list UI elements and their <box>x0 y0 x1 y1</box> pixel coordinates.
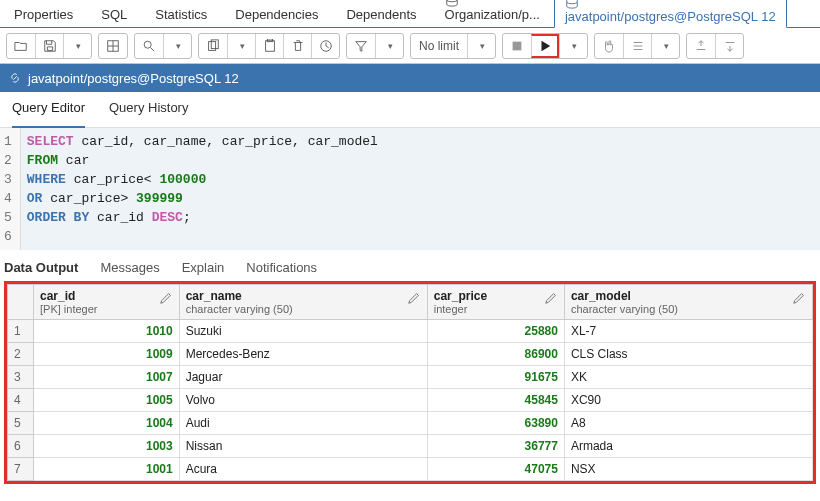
data-output-panel: car_id[PK] integer car_namecharacter var… <box>0 281 820 488</box>
edit-button[interactable] <box>99 34 127 58</box>
cell-car-price[interactable]: 45845 <box>427 389 564 412</box>
cell-car-model[interactable]: A8 <box>564 412 812 435</box>
table-row[interactable]: 11010Suzuki25880XL-7 <box>8 320 813 343</box>
commit-icon <box>694 39 708 53</box>
tab-query-history[interactable]: Query History <box>109 100 188 121</box>
cell-car-name[interactable]: Nissan <box>179 435 427 458</box>
cell-car-name[interactable]: Audi <box>179 412 427 435</box>
filter-dropdown[interactable] <box>375 34 403 58</box>
cell-car-price[interactable]: 47075 <box>427 458 564 481</box>
cell-car-model[interactable]: Armada <box>564 435 812 458</box>
limit-dropdown[interactable] <box>467 34 495 58</box>
tab-properties[interactable]: Properties <box>0 2 87 27</box>
execute-dropdown[interactable] <box>559 34 587 58</box>
row-number: 5 <box>8 412 34 435</box>
connection-label: javatpoint/postgres@PostgreSQL 12 <box>28 71 239 86</box>
tab-organization[interactable]: Organization/p... <box>431 0 554 27</box>
col-car-id[interactable]: car_id[PK] integer <box>34 285 180 320</box>
col-car-model[interactable]: car_modelcharacter varying (50) <box>564 285 812 320</box>
grid-icon <box>106 39 120 53</box>
table-row[interactable]: 21009Mercedes-Benz86900CLS Class <box>8 343 813 366</box>
row-number: 1 <box>8 320 34 343</box>
tab-statistics[interactable]: Statistics <box>141 2 221 27</box>
save-button[interactable] <box>35 34 63 58</box>
rollback-icon <box>723 39 737 53</box>
database-icon <box>445 0 459 7</box>
rollback-button[interactable] <box>715 34 743 58</box>
commit-button[interactable] <box>687 34 715 58</box>
tab-data-output[interactable]: Data Output <box>4 260 78 275</box>
limit-select[interactable]: No limit <box>411 39 467 53</box>
cell-car-id[interactable]: 1009 <box>34 343 180 366</box>
svg-rect-9 <box>265 40 274 51</box>
paste-button[interactable] <box>255 34 283 58</box>
pencil-icon[interactable] <box>544 291 558 305</box>
table-row[interactable]: 41005Volvo45845XC90 <box>8 389 813 412</box>
cell-car-id[interactable]: 1005 <box>34 389 180 412</box>
pencil-icon[interactable] <box>407 291 421 305</box>
tab-connection-active[interactable]: javatpoint/postgres@PostgreSQL 12 <box>554 0 787 28</box>
link-icon <box>8 71 22 85</box>
open-file-button[interactable] <box>7 34 35 58</box>
explain-dropdown[interactable] <box>651 34 679 58</box>
result-table: car_id[PK] integer car_namecharacter var… <box>7 284 813 481</box>
cell-car-model[interactable]: XK <box>564 366 812 389</box>
clock-icon <box>319 39 333 53</box>
tab-dependents[interactable]: Dependents <box>332 2 430 27</box>
cell-car-model[interactable]: CLS Class <box>564 343 812 366</box>
col-car-name[interactable]: car_namecharacter varying (50) <box>179 285 427 320</box>
cell-car-price[interactable]: 36777 <box>427 435 564 458</box>
svg-point-5 <box>144 41 151 48</box>
history-button[interactable] <box>311 34 339 58</box>
table-row[interactable]: 61003Nissan36777Armada <box>8 435 813 458</box>
table-row[interactable]: 51004Audi63890A8 <box>8 412 813 435</box>
cell-car-model[interactable]: NSX <box>564 458 812 481</box>
copy-dropdown[interactable] <box>227 34 255 58</box>
row-number: 4 <box>8 389 34 412</box>
tab-dependencies[interactable]: Dependencies <box>221 2 332 27</box>
cell-car-price[interactable]: 63890 <box>427 412 564 435</box>
cell-car-id[interactable]: 1004 <box>34 412 180 435</box>
table-row[interactable]: 31007Jaguar91675XK <box>8 366 813 389</box>
save-dropdown[interactable] <box>63 34 91 58</box>
find-dropdown[interactable] <box>163 34 191 58</box>
cell-car-id[interactable]: 1003 <box>34 435 180 458</box>
tab-organization-label: Organization/p... <box>445 7 540 22</box>
cell-car-price[interactable]: 91675 <box>427 366 564 389</box>
cell-car-name[interactable]: Volvo <box>179 389 427 412</box>
tab-sql[interactable]: SQL <box>87 2 141 27</box>
execute-button[interactable] <box>531 34 559 58</box>
cell-car-name[interactable]: Jaguar <box>179 366 427 389</box>
cell-car-name[interactable]: Mercedes-Benz <box>179 343 427 366</box>
cell-car-model[interactable]: XL-7 <box>564 320 812 343</box>
tab-messages[interactable]: Messages <box>100 260 159 275</box>
pencil-icon[interactable] <box>792 291 806 305</box>
pencil-icon[interactable] <box>159 291 173 305</box>
cell-car-name[interactable]: Suzuki <box>179 320 427 343</box>
sql-editor[interactable]: 123 456 SELECT car_id, car_name, car_pri… <box>0 128 820 250</box>
row-number: 2 <box>8 343 34 366</box>
funnel-icon <box>354 39 368 53</box>
cell-car-price[interactable]: 86900 <box>427 343 564 366</box>
row-number: 6 <box>8 435 34 458</box>
tab-query-editor[interactable]: Query Editor <box>12 100 85 128</box>
editor-tabs: Query Editor Query History <box>0 92 820 128</box>
tab-notifications[interactable]: Notifications <box>246 260 317 275</box>
table-row[interactable]: 71001Acura47075NSX <box>8 458 813 481</box>
col-car-price[interactable]: car_priceinteger <box>427 285 564 320</box>
cell-car-id[interactable]: 1001 <box>34 458 180 481</box>
cell-car-id[interactable]: 1010 <box>34 320 180 343</box>
explain-analyze-button[interactable] <box>623 34 651 58</box>
explain-button[interactable] <box>595 34 623 58</box>
copy-button[interactable] <box>199 34 227 58</box>
cell-car-price[interactable]: 25880 <box>427 320 564 343</box>
tab-explain[interactable]: Explain <box>182 260 225 275</box>
filter-button[interactable] <box>347 34 375 58</box>
stop-button[interactable] <box>503 34 531 58</box>
trash-button[interactable] <box>283 34 311 58</box>
find-button[interactable] <box>135 34 163 58</box>
cell-car-name[interactable]: Acura <box>179 458 427 481</box>
cell-car-model[interactable]: XC90 <box>564 389 812 412</box>
list-icon <box>631 39 645 53</box>
cell-car-id[interactable]: 1007 <box>34 366 180 389</box>
